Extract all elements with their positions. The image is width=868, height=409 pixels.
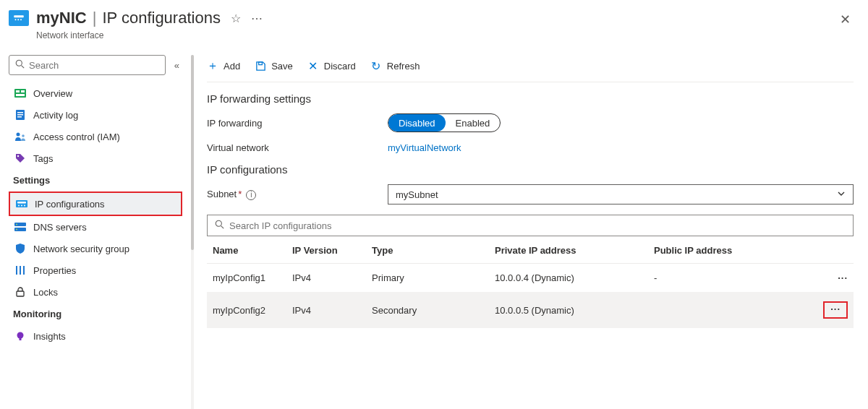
sidebar-item-ip-configurations[interactable]: IP configurations xyxy=(9,191,182,216)
cell-version: IPv4 xyxy=(286,293,366,328)
sidebar-item-locks[interactable]: Locks xyxy=(9,281,182,303)
search-icon xyxy=(15,59,25,71)
svg-rect-29 xyxy=(23,266,25,275)
page-header: myNIC | IP configurations ☆ ⋯ Network in… xyxy=(0,0,868,51)
nav-label: Properties xyxy=(33,265,76,276)
sidebar-item-properties[interactable]: Properties xyxy=(9,259,182,281)
toggle-disabled[interactable]: Disabled xyxy=(388,114,446,132)
shield-icon xyxy=(14,243,26,254)
ip-forwarding-label: IP forwarding xyxy=(207,118,388,129)
svg-rect-32 xyxy=(20,338,22,340)
refresh-icon: ↻ xyxy=(370,59,382,73)
svg-point-20 xyxy=(18,205,20,207)
nic-icon xyxy=(9,10,29,26)
page-title: IP configurations xyxy=(102,9,220,27)
nav-label: DNS servers xyxy=(33,222,87,233)
svg-line-6 xyxy=(22,66,25,69)
add-button[interactable]: ＋Add xyxy=(207,59,240,74)
svg-rect-30 xyxy=(17,291,24,296)
col-name[interactable]: Name xyxy=(207,236,286,264)
title-block: myNIC | IP configurations ☆ ⋯ Network in… xyxy=(36,7,263,40)
close-icon[interactable]: ✕ xyxy=(840,12,851,27)
svg-rect-19 xyxy=(17,202,26,204)
ip-config-table: Name IP Version Type Private IP address … xyxy=(207,236,854,328)
table-row[interactable]: myIpConfig1 IPv4 Primary 10.0.0.4 (Dynam… xyxy=(207,264,854,293)
cell-type: Primary xyxy=(366,264,489,293)
header-more-icon[interactable]: ⋯ xyxy=(251,12,263,25)
sidebar-item-iam[interactable]: Access control (IAM) xyxy=(9,126,182,147)
ip-config-search-input[interactable] xyxy=(229,220,846,231)
ip-config-icon xyxy=(16,198,27,210)
resource-type-subtitle: Network interface xyxy=(36,30,263,40)
subnet-value: mySubnet xyxy=(396,189,438,200)
svg-point-4 xyxy=(20,19,22,20)
sidebar-search-input[interactable] xyxy=(29,60,159,71)
ip-config-search[interactable] xyxy=(207,215,854,236)
iam-icon xyxy=(14,131,26,142)
sidebar-collapse-icon[interactable]: « xyxy=(171,57,182,74)
overview-icon xyxy=(14,87,26,99)
svg-point-5 xyxy=(16,60,22,66)
col-public[interactable]: Public IP address xyxy=(648,236,817,264)
sidebar: « Overview Activity log Access control (… xyxy=(0,51,188,409)
command-bar: ＋Add Save ✕Discard ↻Refresh xyxy=(207,51,854,82)
plus-icon: ＋ xyxy=(207,59,218,74)
cell-type: Secondary xyxy=(366,293,489,328)
favorite-star-icon[interactable]: ☆ xyxy=(231,12,241,25)
nav-label: Overview xyxy=(33,88,72,99)
nav-label: IP configurations xyxy=(35,199,105,210)
activity-log-icon xyxy=(14,109,26,121)
cell-private: 10.0.0.5 (Dynamic) xyxy=(489,293,648,328)
svg-point-17 xyxy=(17,155,19,157)
save-button[interactable]: Save xyxy=(255,61,293,72)
svg-point-31 xyxy=(17,332,24,339)
toggle-enabled[interactable]: Enabled xyxy=(446,114,501,132)
sidebar-item-tags[interactable]: Tags xyxy=(9,147,182,169)
info-icon[interactable]: i xyxy=(246,190,256,200)
sidebar-scrollbar[interactable] xyxy=(191,55,194,409)
nav-label: Activity log xyxy=(33,110,78,121)
svg-rect-1 xyxy=(14,15,24,17)
ip-configurations-heading: IP configurations xyxy=(207,163,854,176)
sidebar-item-nsg[interactable]: Network security group xyxy=(9,238,182,259)
cell-public xyxy=(648,293,817,328)
svg-point-3 xyxy=(17,19,19,20)
col-type[interactable]: Type xyxy=(366,236,489,264)
row-more-button[interactable]: ··· xyxy=(817,264,854,293)
svg-point-26 xyxy=(16,229,17,231)
nav-label: Access control (IAM) xyxy=(33,132,120,142)
table-row[interactable]: myIpConfig2 IPv4 Secondary 10.0.0.5 (Dyn… xyxy=(207,293,854,328)
svg-point-34 xyxy=(216,220,221,226)
lock-icon xyxy=(14,286,26,298)
sidebar-item-dns-servers[interactable]: DNS servers xyxy=(9,216,182,238)
refresh-button[interactable]: ↻Refresh xyxy=(370,59,420,73)
svg-rect-10 xyxy=(16,94,25,96)
svg-rect-8 xyxy=(16,90,20,92)
svg-point-15 xyxy=(17,133,20,137)
sidebar-item-insights[interactable]: Insights xyxy=(9,325,182,347)
vnet-link[interactable]: myVirtualNetwork xyxy=(388,142,461,153)
col-private[interactable]: Private IP address xyxy=(489,236,648,264)
sidebar-item-overview[interactable]: Overview xyxy=(9,82,182,104)
sidebar-item-activity-log[interactable]: Activity log xyxy=(9,104,182,126)
discard-button[interactable]: ✕Discard xyxy=(307,59,356,73)
subnet-dropdown[interactable]: mySubnet xyxy=(388,184,854,204)
svg-rect-14 xyxy=(17,116,22,118)
search-icon xyxy=(215,220,224,231)
svg-point-25 xyxy=(16,224,17,225)
nav-label: Network security group xyxy=(33,244,129,254)
tags-icon xyxy=(14,152,26,164)
properties-icon xyxy=(14,264,26,276)
insights-icon xyxy=(14,330,26,342)
svg-line-35 xyxy=(221,226,224,229)
main-content: ＋Add Save ✕Discard ↻Refresh IP forwardin… xyxy=(201,51,868,409)
row-more-button[interactable]: ··· xyxy=(823,301,848,319)
cell-version: IPv4 xyxy=(286,264,366,293)
sidebar-heading-settings: Settings xyxy=(9,169,182,191)
nav-label: Locks xyxy=(33,287,58,298)
col-version[interactable]: IP Version xyxy=(286,236,366,264)
sidebar-search[interactable] xyxy=(9,55,166,75)
cell-name: myIpConfig1 xyxy=(207,264,286,293)
save-icon xyxy=(255,61,266,72)
ip-forwarding-toggle[interactable]: Disabled Enabled xyxy=(388,113,501,132)
